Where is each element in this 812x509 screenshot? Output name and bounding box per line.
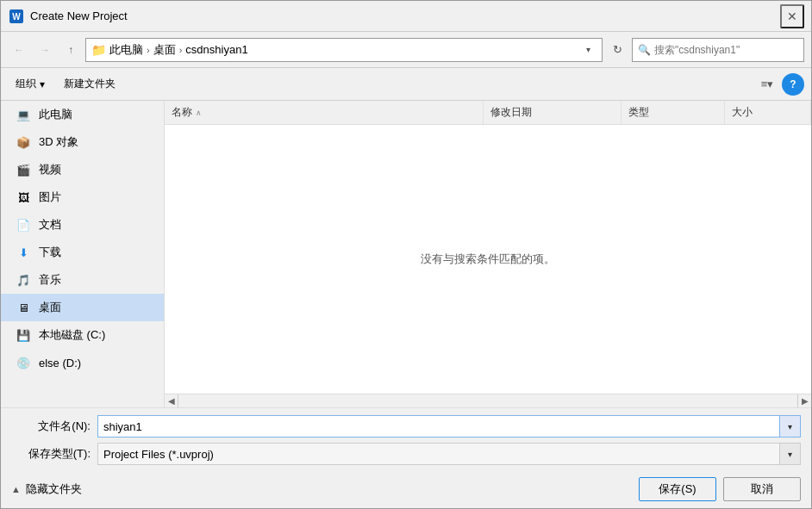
toolbar: 组织 ▾ 新建文件夹 ≡ ▾ ? bbox=[1, 68, 811, 101]
filetype-row: 保存类型(T): Project Files (*.uvproj) ▾ bbox=[11, 443, 801, 465]
desktop-icon: 🖥 bbox=[15, 299, 32, 316]
sidebar-scroll: 💻 此电脑 📦 3D 对象 🎬 视频 🖼 图片 📄 文档 bbox=[1, 101, 164, 407]
bottom-input-area: 文件名(N): ▾ 保存类型(T): Project Files (*.uvpr… bbox=[1, 407, 811, 472]
sidebar-label-pictures: 图片 bbox=[39, 189, 61, 205]
file-headers: 名称 ∧ 修改日期 类型 大小 bbox=[165, 101, 811, 125]
col-header-date[interactable]: 修改日期 bbox=[484, 101, 621, 124]
action-buttons: 保存(S) 取消 bbox=[639, 477, 801, 501]
file-content: 没有与搜索条件匹配的项。 bbox=[165, 125, 811, 394]
sidebar-label-downloads: 下载 bbox=[39, 245, 61, 260]
svg-text:W: W bbox=[12, 12, 21, 22]
view-arrow: ▾ bbox=[767, 78, 773, 90]
filename-label: 文件名(N): bbox=[11, 419, 97, 434]
path-sep-2: › bbox=[179, 45, 183, 55]
downloads-icon: ⬇ bbox=[15, 244, 32, 261]
view-icon: ≡ bbox=[761, 78, 768, 90]
3d-icon: 📦 bbox=[15, 133, 32, 151]
sidebar: 💻 此电脑 📦 3D 对象 🎬 视频 🖼 图片 📄 文档 bbox=[1, 101, 165, 407]
search-icon: 🔍 bbox=[638, 44, 651, 56]
address-bar-area: ← → ↑ 📁 此电脑 › 桌面 › csdnshiyan1 ▾ ↻ 🔍 bbox=[1, 32, 811, 68]
back-button[interactable]: ← bbox=[8, 39, 30, 61]
music-icon: 🎵 bbox=[15, 271, 32, 289]
empty-message: 没有与搜索条件匹配的项。 bbox=[421, 251, 555, 267]
cancel-button[interactable]: 取消 bbox=[723, 477, 801, 501]
filename-input[interactable] bbox=[97, 415, 780, 438]
up-button[interactable]: ↑ bbox=[59, 39, 82, 61]
hide-folder-toggle[interactable]: ▲ 隐藏文件夹 bbox=[11, 481, 82, 497]
col-header-type[interactable]: 类型 bbox=[621, 101, 725, 124]
path-part-2: 桌面 bbox=[153, 42, 176, 58]
filename-dropdown-btn[interactable]: ▾ bbox=[780, 415, 801, 438]
sidebar-label-pc: 此电脑 bbox=[39, 107, 72, 122]
organize-button[interactable]: 组织 ▾ bbox=[8, 73, 53, 96]
col-header-size[interactable]: 大小 bbox=[725, 101, 811, 124]
documents-icon: 📄 bbox=[15, 216, 32, 233]
sidebar-label-documents: 文档 bbox=[39, 217, 61, 233]
forward-button[interactable]: → bbox=[34, 39, 56, 61]
view-button[interactable]: ≡ ▾ bbox=[756, 73, 778, 96]
video-icon: 🎬 bbox=[15, 161, 32, 178]
new-folder-button[interactable]: 新建文件夹 bbox=[56, 73, 123, 96]
path-part-3: csdnshiyan1 bbox=[185, 43, 247, 56]
sidebar-item-documents[interactable]: 📄 文档 bbox=[1, 211, 164, 239]
save-button[interactable]: 保存(S) bbox=[639, 477, 716, 501]
dialog: W Create New Project ✕ ← → ↑ 📁 此电脑 › 桌面 … bbox=[0, 0, 812, 509]
scroll-left-btn[interactable]: ◀ bbox=[165, 394, 178, 408]
sidebar-label-desktop: 桌面 bbox=[39, 300, 61, 315]
sidebar-label-c-drive: 本地磁盘 (C:) bbox=[39, 327, 105, 343]
help-button[interactable]: ? bbox=[782, 73, 804, 96]
scroll-track[interactable] bbox=[178, 394, 797, 408]
sidebar-label-music: 音乐 bbox=[39, 272, 61, 288]
hide-folder-label: 隐藏文件夹 bbox=[26, 481, 82, 497]
filetype-select[interactable]: Project Files (*.uvproj) bbox=[97, 443, 780, 465]
search-box[interactable]: 🔍 bbox=[632, 38, 804, 62]
sidebar-item-pictures[interactable]: 🖼 图片 bbox=[1, 183, 164, 211]
scroll-right-btn[interactable]: ▶ bbox=[797, 394, 811, 408]
h-scroll-area: ◀ ▶ bbox=[165, 394, 811, 407]
close-button[interactable]: ✕ bbox=[780, 4, 804, 28]
app-icon: W bbox=[8, 8, 25, 25]
sidebar-item-desktop[interactable]: 🖥 桌面 bbox=[1, 294, 164, 321]
dialog-title: Create New Project bbox=[30, 9, 780, 22]
address-path: 此电脑 › 桌面 › csdnshiyan1 bbox=[109, 42, 576, 58]
pictures-icon: 🖼 bbox=[15, 189, 32, 206]
col-header-name[interactable]: 名称 ∧ bbox=[165, 101, 484, 124]
sidebar-item-music[interactable]: 🎵 音乐 bbox=[1, 266, 164, 294]
filetype-label: 保存类型(T): bbox=[11, 446, 97, 462]
organize-label: 组织 bbox=[16, 77, 36, 91]
sidebar-item-d-drive[interactable]: 💿 else (D:) bbox=[1, 349, 164, 376]
sidebar-item-3d[interactable]: 📦 3D 对象 bbox=[1, 128, 164, 156]
search-input[interactable] bbox=[654, 44, 798, 56]
refresh-button[interactable]: ↻ bbox=[606, 39, 628, 61]
path-part-1: 此电脑 bbox=[109, 42, 143, 58]
path-sep-1: › bbox=[147, 45, 150, 55]
new-folder-label: 新建文件夹 bbox=[64, 77, 116, 91]
sidebar-label-video: 视频 bbox=[39, 162, 61, 177]
pc-icon: 💻 bbox=[15, 106, 32, 123]
sidebar-item-video[interactable]: 🎬 视频 bbox=[1, 156, 164, 183]
chevron-up-icon: ▲ bbox=[11, 484, 21, 494]
folder-icon: 📁 bbox=[91, 43, 106, 57]
organize-arrow: ▾ bbox=[40, 78, 45, 90]
filetype-dropdown-btn[interactable]: ▾ bbox=[780, 443, 801, 465]
address-dropdown-icon[interactable]: ▾ bbox=[579, 45, 597, 54]
filename-row: 文件名(N): ▾ bbox=[11, 415, 801, 438]
address-box[interactable]: 📁 此电脑 › 桌面 › csdnshiyan1 ▾ bbox=[85, 38, 603, 62]
file-area: 名称 ∧ 修改日期 类型 大小 没有与搜索条件匹配的项。 ◀ bbox=[165, 101, 811, 407]
sidebar-label-3d: 3D 对象 bbox=[39, 134, 78, 150]
c-drive-icon: 💾 bbox=[15, 326, 32, 344]
sidebar-label-d-drive: else (D:) bbox=[39, 357, 81, 369]
title-bar: W Create New Project ✕ bbox=[1, 1, 811, 32]
sidebar-item-pc[interactable]: 💻 此电脑 bbox=[1, 101, 164, 128]
sidebar-item-c-drive[interactable]: 💾 本地磁盘 (C:) bbox=[1, 321, 164, 349]
sidebar-item-downloads[interactable]: ⬇ 下载 bbox=[1, 239, 164, 266]
action-area: ▲ 隐藏文件夹 保存(S) 取消 bbox=[1, 472, 811, 508]
d-drive-icon: 💿 bbox=[15, 354, 32, 371]
main-content: 💻 此电脑 📦 3D 对象 🎬 视频 🖼 图片 📄 文档 bbox=[1, 101, 811, 407]
